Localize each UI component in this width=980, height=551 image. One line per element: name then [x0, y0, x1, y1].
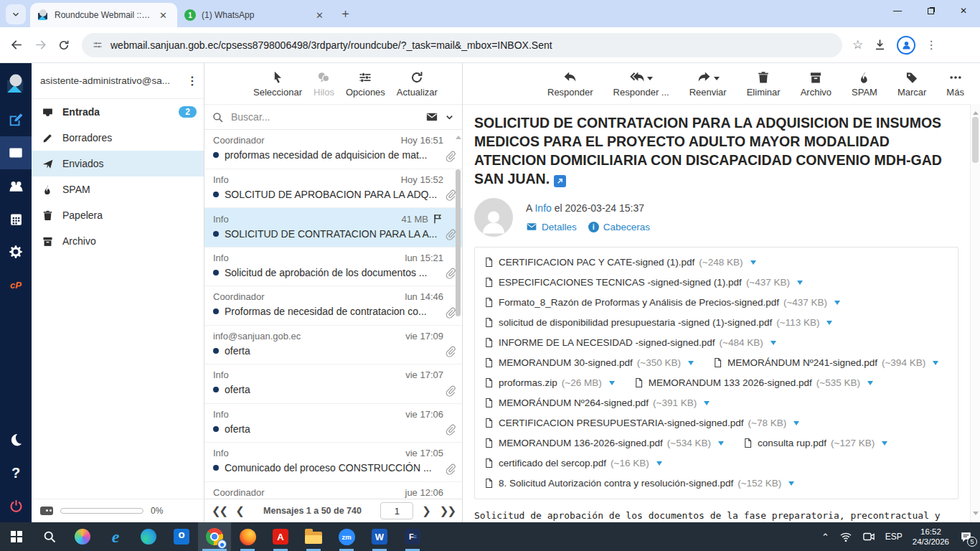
message-row[interactable]: Infovie 17:05 Comunicado del proceso CON…	[204, 443, 462, 482]
reload-icon[interactable]	[57, 39, 70, 52]
attachment[interactable]: MEMORANDUM 136-2026-signed.pdf(~534 KB)	[484, 438, 724, 448]
attachment-menu-caret[interactable]	[688, 361, 694, 368]
cpanel-icon[interactable]: cP	[0, 268, 32, 301]
dropdown-caret-icon[interactable]	[647, 77, 653, 83]
tab-search-button[interactable]	[6, 4, 26, 24]
clock[interactable]: 16:52 24/3/2026	[913, 527, 949, 547]
word-icon[interactable]: W	[363, 522, 396, 551]
folder-enviados[interactable]: Enviados	[32, 151, 204, 176]
search-input[interactable]	[230, 110, 420, 123]
compose-button[interactable]	[0, 103, 32, 136]
attachment-menu-caret[interactable]	[771, 341, 776, 348]
attachment-menu-caret[interactable]	[933, 361, 938, 368]
close-button[interactable]: ✕	[947, 0, 980, 22]
browser-menu-icon[interactable]: ⋮	[925, 38, 937, 52]
account-menu-icon[interactable]: ⋮	[187, 74, 198, 88]
outlook-icon[interactable]	[165, 522, 198, 551]
copilot-icon[interactable]	[66, 522, 99, 551]
edge-icon[interactable]	[132, 522, 165, 551]
wifi-icon[interactable]	[839, 530, 852, 543]
attachment-menu-caret[interactable]	[867, 381, 873, 388]
refresh-button[interactable]: Actualizar	[397, 70, 438, 98]
language-indicator[interactable]: ESP	[885, 532, 903, 542]
taskbar-search-icon[interactable]	[33, 522, 66, 551]
attachment-menu-caret[interactable]	[656, 461, 662, 468]
search-options-chevron-icon[interactable]	[444, 112, 455, 123]
message-row[interactable]: Infolun 15:21 Solicitud de aprobación de…	[204, 248, 462, 287]
details-link[interactable]: Detalles	[526, 221, 577, 232]
attachment-menu-caret[interactable]	[718, 441, 724, 448]
attachment[interactable]: Formato_8_Razón de Proformas y Análisis …	[484, 297, 840, 308]
attachment[interactable]: proformas.zip(~26 MB)	[484, 377, 615, 388]
message-row[interactable]: Coordinadorlun 14:46 Proformas de necesi…	[204, 286, 462, 326]
last-page-button[interactable]: ❯❯	[440, 504, 455, 517]
bookmark-icon[interactable]: ☆	[852, 37, 863, 52]
dark-mode-icon[interactable]	[0, 423, 32, 456]
contacts-nav-button[interactable]	[0, 169, 32, 202]
message-row[interactable]: Coordinadorjue 12:06	[204, 482, 462, 499]
site-settings-icon[interactable]	[92, 39, 103, 51]
message-row[interactable]: Infovie 17:06 oferta	[204, 404, 462, 443]
scrollbar-thumb[interactable]	[972, 117, 979, 163]
attachment-menu-caret[interactable]	[797, 281, 803, 288]
forticlient-icon[interactable]: F≡	[396, 522, 429, 551]
address-bar[interactable]: webmail.sanjuan.gob.ec/cpsess8798006498/…	[82, 33, 842, 57]
notifications-icon[interactable]: 5	[959, 530, 973, 544]
reader-scrollbar[interactable]	[970, 104, 980, 522]
tab-roundcube[interactable]: Roundcube Webmail :: Enviados ✕	[30, 3, 177, 27]
calendar-nav-button[interactable]	[0, 202, 32, 235]
mark-button[interactable]: Marcar	[890, 70, 933, 98]
attachment[interactable]: MEMORÁNDUM Nº264-signed.pdf(~391 KB)	[484, 397, 710, 408]
message-row-selected[interactable]: Info 41 MB SOLICITUD DE CONTRATACION PAR…	[204, 208, 462, 248]
delete-button[interactable]: Eliminar	[740, 70, 788, 98]
attachment[interactable]: MEMORANDUM 133 2026-signed.pdf(~535 KB)	[633, 377, 873, 388]
reply-button[interactable]: Responder	[540, 70, 600, 98]
help-icon[interactable]: ?	[0, 456, 32, 489]
message-row[interactable]: CoordinadorHoy 16:51 proformas necesidad…	[204, 130, 462, 169]
folder-archivo[interactable]: Archivo	[32, 228, 204, 254]
attachment[interactable]: certificado del sercop.pdf(~16 KB)	[484, 458, 662, 468]
message-row[interactable]: Infovie 17:07 oferta	[204, 364, 462, 404]
archive-button[interactable]: Archivo	[793, 70, 839, 98]
mail-nav-button[interactable]	[0, 136, 32, 169]
attachment-menu-caret[interactable]	[882, 441, 887, 448]
attachment-menu-caret[interactable]	[609, 381, 615, 388]
page-input[interactable]	[380, 502, 413, 519]
recipient-link[interactable]: Info	[534, 202, 551, 214]
new-tab-button[interactable]: ＋	[339, 5, 352, 22]
attachment-menu-caret[interactable]	[704, 401, 710, 408]
select-button[interactable]: Seleccionar	[253, 70, 302, 98]
search-scope-envelope-icon[interactable]	[425, 110, 438, 123]
first-page-button[interactable]: ❮❮	[212, 504, 227, 517]
folder-spam[interactable]: SPAM	[32, 176, 204, 202]
options-button[interactable]: Opciones	[346, 70, 385, 98]
folder-borradores[interactable]: Borradores	[32, 125, 204, 151]
scroll-up-arrow[interactable]	[973, 108, 979, 115]
acrobat-icon[interactable]: A	[264, 522, 297, 551]
restore-button[interactable]	[914, 0, 947, 22]
folder-papelera[interactable]: Papelera	[32, 202, 204, 228]
tab-close-icon[interactable]: ✕	[313, 9, 326, 22]
attachment[interactable]: consulta rup.pdf(~127 KB)	[743, 438, 887, 448]
attachment[interactable]: MEMORANDUM 30-signed.pdf(~350 KB)	[484, 357, 694, 368]
tray-expand-icon[interactable]: ⌃	[821, 532, 829, 542]
minimize-button[interactable]: —	[881, 0, 914, 22]
chrome-icon[interactable]: ☻	[198, 522, 231, 551]
message-row[interactable]: info@sanjuan.gob.ecvie 17:09 oferta	[204, 326, 462, 365]
attachment-menu-caret[interactable]	[788, 481, 794, 489]
spam-button[interactable]: SPAM	[844, 70, 885, 98]
headers-link[interactable]: i Cabeceras	[588, 222, 650, 232]
attachment-menu-caret[interactable]	[834, 301, 840, 308]
attachment[interactable]: MEMORÁNDUM Nº241-signed.pdf(~394 KB)	[712, 357, 938, 368]
scroll-up-arrow[interactable]	[456, 133, 461, 139]
reply-all-button[interactable]: Responder ...	[606, 70, 677, 98]
external-link-icon[interactable]	[554, 175, 566, 187]
attachment[interactable]: CERTIFICACION PAC Y CATE-signed (1).pdf(…	[484, 257, 756, 268]
attachment-menu-caret[interactable]	[750, 260, 756, 268]
internet-explorer-icon[interactable]: e	[99, 522, 132, 551]
attachment[interactable]: CERTIFICACION PRESUPUESTARIA-signed-sign…	[484, 418, 799, 428]
scroll-down-arrow[interactable]	[973, 512, 979, 518]
folder-entrada[interactable]: Entrada 2	[32, 99, 204, 125]
next-page-button[interactable]: ❯	[422, 504, 431, 517]
attachment[interactable]: ESPECIFICACIONES TECNICAS -signed-signed…	[484, 277, 803, 288]
